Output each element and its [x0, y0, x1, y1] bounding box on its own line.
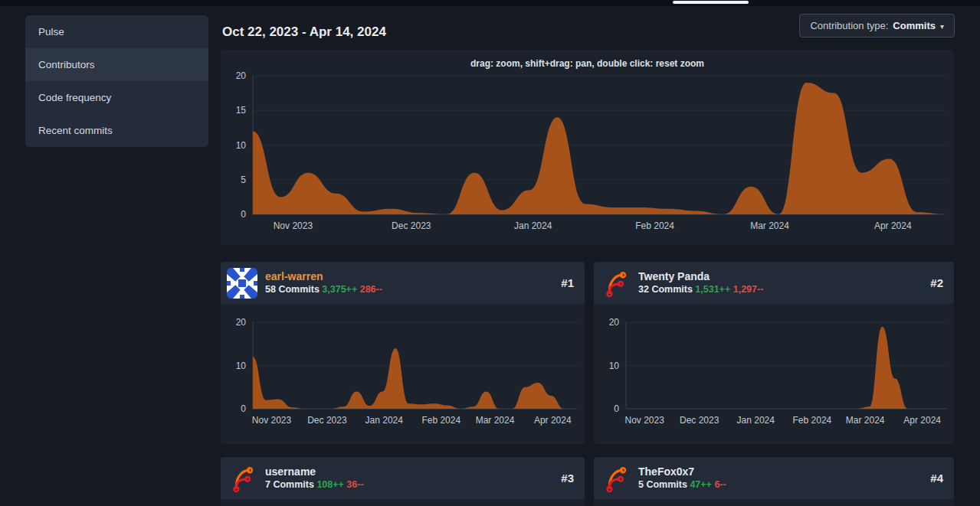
svg-text:Feb 2024: Feb 2024 — [635, 220, 674, 231]
contributor-card: Twenty Panda 32 Commits 1,531++ 1,297-- … — [594, 262, 954, 444]
sidebar-item-pulse[interactable]: Pulse — [25, 15, 208, 48]
contributor-card: username 7 Commits 108++ 36-- #3 — [221, 457, 585, 506]
browser-top-strip — [0, 0, 980, 6]
contributor-card-header: Twenty Panda 32 Commits 1,531++ 1,297-- … — [594, 262, 954, 304]
rank-badge: #2 — [930, 276, 943, 289]
forgejo-logo-avatar — [600, 268, 631, 299]
contributor-card-header: earl-warren 58 Commits 3,375++ 286-- #1 — [221, 262, 585, 304]
contributor-name-link[interactable]: Twenty Panda — [638, 270, 930, 283]
svg-text:Nov 2023: Nov 2023 — [625, 415, 665, 426]
svg-text:Nov 2023: Nov 2023 — [252, 415, 292, 426]
svg-text:Mar 2024: Mar 2024 — [846, 415, 885, 426]
deletions-count: 6-- — [714, 479, 726, 490]
contributor-commits-chart[interactable]: 01020Nov 2023Dec 2023Jan 2024Feb 2024Mar… — [221, 304, 585, 444]
contributor-stats: 32 Commits 1,531++ 1,297-- — [638, 283, 930, 295]
svg-text:0: 0 — [614, 403, 619, 414]
contribution-type-dropdown[interactable]: Contribution type: Commits ▾ — [799, 14, 955, 38]
overall-contributions-panel: drag: zoom, shift+drag: pan, double clic… — [221, 50, 954, 245]
svg-text:Mar 2024: Mar 2024 — [476, 415, 515, 426]
commit-count: 32 Commits — [638, 284, 693, 295]
contributor-name-link[interactable]: earl-warren — [265, 270, 561, 283]
svg-text:0: 0 — [241, 403, 246, 414]
svg-text:10: 10 — [236, 361, 247, 371]
svg-text:20: 20 — [236, 317, 247, 328]
additions-count: 3,375++ — [322, 284, 357, 295]
contribution-type-label: Contribution type: — [810, 20, 888, 31]
svg-text:Apr 2024: Apr 2024 — [534, 415, 572, 426]
sidebar-item-contributors[interactable]: Contributors — [25, 48, 208, 81]
date-range-title: Oct 22, 2023 - Apr 14, 2024 — [222, 24, 386, 40]
contributor-stats: 5 Commits 47++ 6-- — [638, 478, 930, 491]
commit-count: 58 Commits — [265, 284, 320, 295]
contributor-commits-chart[interactable] — [221, 499, 585, 506]
rank-badge: #4 — [930, 472, 943, 485]
deletions-count: 286-- — [360, 284, 382, 295]
contribution-type-value: Commits — [893, 20, 936, 31]
svg-text:Jan 2024: Jan 2024 — [365, 415, 404, 426]
overall-commits-chart[interactable]: 05101520Nov 2023Dec 2023Jan 2024Feb 2024… — [221, 64, 954, 245]
commit-count: 7 Commits — [265, 479, 314, 490]
contributor-card: TheFox0x7 5 Commits 47++ 6-- #4 — [594, 457, 954, 506]
contributors-page: Pulse Contributors Code frequency Recent… — [0, 0, 980, 506]
svg-text:Dec 2023: Dec 2023 — [392, 220, 431, 231]
contributor-card-header: TheFox0x7 5 Commits 47++ 6-- #4 — [594, 457, 954, 499]
contributor-card-header: username 7 Commits 108++ 36-- #3 — [221, 457, 585, 499]
commit-count: 5 Commits — [638, 479, 687, 490]
forgejo-logo-avatar — [600, 463, 631, 494]
contributor-commits-chart[interactable] — [594, 499, 954, 506]
sidebar-item-code-frequency[interactable]: Code frequency — [25, 81, 208, 114]
svg-text:20: 20 — [236, 70, 247, 81]
contributor-commits-chart[interactable]: 01020Nov 2023Dec 2023Jan 2024Feb 2024Mar… — [594, 304, 954, 444]
svg-text:Jan 2024: Jan 2024 — [737, 415, 775, 426]
rank-badge: #1 — [561, 276, 574, 289]
rank-badge: #3 — [561, 472, 574, 485]
active-tab-indicator — [673, 1, 749, 4]
svg-text:Mar 2024: Mar 2024 — [750, 220, 789, 231]
activity-sidebar: Pulse Contributors Code frequency Recent… — [25, 15, 208, 147]
additions-count: 47++ — [690, 479, 712, 490]
forgejo-logo-avatar — [227, 463, 257, 494]
svg-text:Dec 2023: Dec 2023 — [307, 415, 347, 426]
contributor-card: earl-warren 58 Commits 3,375++ 286-- #1 … — [221, 262, 585, 444]
svg-text:Apr 2024: Apr 2024 — [874, 220, 912, 231]
svg-text:Feb 2024: Feb 2024 — [793, 415, 832, 426]
contributor-name-link[interactable]: TheFox0x7 — [638, 465, 930, 478]
svg-text:Apr 2024: Apr 2024 — [903, 415, 941, 426]
svg-text:20: 20 — [609, 317, 620, 328]
svg-text:Dec 2023: Dec 2023 — [680, 415, 719, 426]
deletions-count: 36-- — [346, 479, 363, 490]
svg-text:Nov 2023: Nov 2023 — [274, 220, 313, 231]
contributor-stats: 7 Commits 108++ 36-- — [265, 478, 561, 491]
svg-text:15: 15 — [236, 105, 247, 116]
chevron-down-icon: ▾ — [940, 22, 944, 31]
contributor-stats: 58 Commits 3,375++ 286-- — [265, 283, 561, 295]
svg-text:Jan 2024: Jan 2024 — [514, 220, 552, 231]
svg-text:Feb 2024: Feb 2024 — [421, 415, 461, 426]
avatar — [227, 268, 257, 299]
deletions-count: 1,297-- — [733, 284, 764, 295]
sidebar-item-recent-commits[interactable]: Recent commits — [25, 114, 208, 147]
svg-text:10: 10 — [609, 361, 620, 371]
contributor-name-link[interactable]: username — [265, 465, 561, 478]
svg-text:5: 5 — [241, 175, 246, 185]
svg-text:0: 0 — [241, 209, 246, 220]
additions-count: 108++ — [316, 479, 343, 490]
svg-text:10: 10 — [236, 140, 247, 151]
additions-count: 1,531++ — [695, 284, 730, 295]
